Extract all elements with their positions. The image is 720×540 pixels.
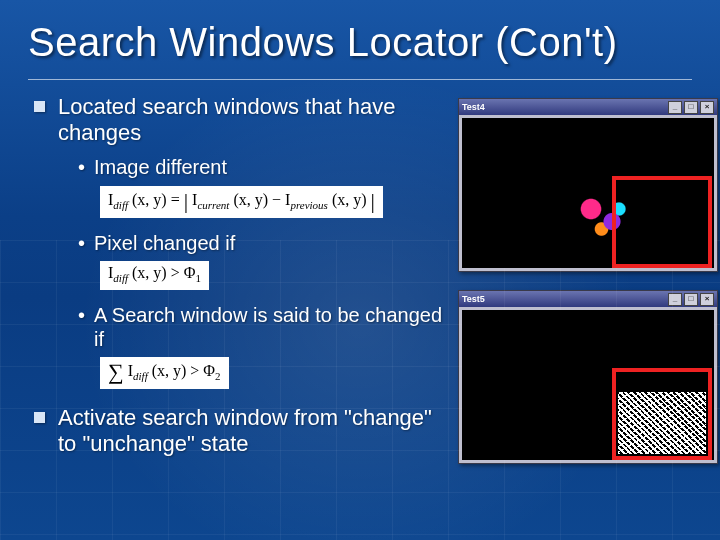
bullet-activate: Activate search window from "change" to … <box>28 405 446 457</box>
window-title: Test5 <box>462 294 485 304</box>
minimize-icon[interactable]: _ <box>668 101 682 114</box>
sub-text: A Search window is said to be changed if <box>94 304 442 350</box>
formula-phi2: ∑ Idiff (x, y) > Φ2 <box>100 357 229 389</box>
slide-title: Search Windows Locator (Con't) <box>28 20 692 65</box>
window-bottom: Test5 _ □ × <box>458 290 718 464</box>
close-icon[interactable]: × <box>700 293 714 306</box>
maximize-icon[interactable]: □ <box>684 293 698 306</box>
formula-phi1: Idiff (x, y) > Φ1 <box>100 261 209 290</box>
bullet-list: Located search windows that have changes… <box>28 94 446 457</box>
bullet-text: Activate search window from "change" to … <box>58 405 432 456</box>
title-rule <box>28 79 692 80</box>
image-column: Test4 _ □ × Test5 _ □ <box>458 94 718 473</box>
text-column: Located search windows that have changes… <box>28 94 446 473</box>
slide-body: Located search windows that have changes… <box>28 94 692 473</box>
sub-text: Pixel changed if <box>94 232 235 254</box>
sub-text: Image different <box>94 156 227 178</box>
formula-diff: Idiff (x, y) = | Icurrent (x, y) − Iprev… <box>100 186 383 218</box>
search-window-rect <box>612 176 712 268</box>
window-canvas <box>462 118 714 268</box>
window-canvas <box>462 310 714 460</box>
sub-list: Image different Idiff (x, y) = | Icurren… <box>58 156 446 390</box>
maximize-icon[interactable]: □ <box>684 101 698 114</box>
window-top: Test4 _ □ × <box>458 98 718 272</box>
close-icon[interactable]: × <box>700 101 714 114</box>
window-controls: _ □ × <box>668 101 714 114</box>
titlebar: Test4 _ □ × <box>459 99 717 115</box>
search-window-rect <box>612 368 712 460</box>
slide: Search Windows Locator (Con't) Located s… <box>0 0 720 540</box>
noise-pattern <box>618 392 706 454</box>
minimize-icon[interactable]: _ <box>668 293 682 306</box>
window-controls: _ □ × <box>668 293 714 306</box>
window-title: Test4 <box>462 102 485 112</box>
sub-image-different: Image different Idiff (x, y) = | Icurren… <box>78 156 446 218</box>
bullet-located: Located search windows that have changes… <box>28 94 446 389</box>
sub-pixel-changed: Pixel changed if Idiff (x, y) > Φ1 <box>78 232 446 291</box>
titlebar: Test5 _ □ × <box>459 291 717 307</box>
sub-window-changed: A Search window is said to be changed if… <box>78 304 446 389</box>
bullet-text: Located search windows that have changes <box>58 94 396 145</box>
